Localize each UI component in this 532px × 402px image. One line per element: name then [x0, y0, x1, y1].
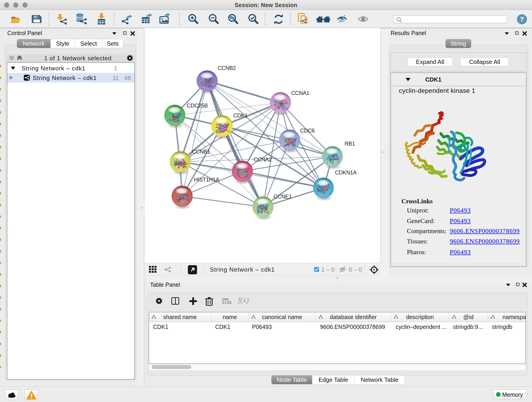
svg-text:CCNA1: CCNA1 [291, 90, 309, 96]
svg-text:CDC25B: CDC25B [187, 102, 208, 109]
svg-text:CCNB2: CCNB2 [218, 65, 236, 71]
svg-text:CCNB1: CCNB1 [192, 148, 210, 155]
svg-text:CDK1: CDK1 [233, 112, 247, 119]
svg-text:CCNA2: CCNA2 [254, 156, 272, 162]
svg-text:CDKN1A: CDKN1A [335, 169, 357, 176]
svg-text:RB1: RB1 [345, 140, 355, 147]
svg-text:HIST1H1A: HIST1H1A [194, 177, 219, 183]
svg-text:CDC6: CDC6 [300, 128, 315, 134]
svg-text:CCNE1: CCNE1 [273, 193, 292, 200]
